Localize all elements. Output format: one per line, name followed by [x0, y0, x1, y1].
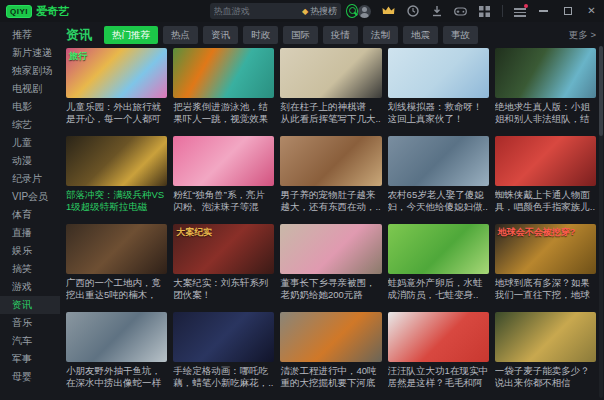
video-title[interactable]: 地球到底有多深？如果我们一直往下挖，地球会.. [495, 277, 596, 301]
video-thumbnail[interactable] [388, 224, 489, 274]
video-card-r1-c4[interactable]: 划线模拟器：救命呀！这回上真家伙了！ [388, 48, 489, 125]
video-thumbnail[interactable] [388, 312, 489, 362]
video-title[interactable]: 绝地求生真人版：小姐姐和别人非法组队，结果.. [495, 101, 596, 125]
search-bar[interactable]: ◆ 热搜榜 [210, 3, 342, 19]
video-title[interactable]: 大案纪实：刘东轩系列团伙案！ [173, 277, 274, 301]
sidebar-item-11[interactable]: 直播 [0, 224, 60, 242]
video-card-r4-c1[interactable]: 小朋友野外抽干鱼坑，在深水中捞出像蛇一样的.. [66, 312, 167, 389]
video-card-r1-c5[interactable]: 绝地求生真人版：小姐姐和别人非法组队，结果.. [495, 48, 596, 125]
hot-search-link[interactable]: ◆ 热搜榜 [302, 5, 337, 18]
video-thumbnail[interactable]: 地球会不会被挖穿? [495, 224, 596, 274]
video-title[interactable]: 一袋子麦子能卖多少？说出来你都不相信 [495, 365, 596, 389]
video-card-r2-c3[interactable]: 男子养的宠物肚子越来越大，还有东西在动，.. [280, 136, 381, 213]
sidebar-item-3[interactable]: 电视剧 [0, 80, 60, 98]
close-button[interactable]: ✕ [585, 5, 598, 18]
vertical-scrollbar[interactable] [599, 46, 603, 398]
tab-7[interactable]: 地震 [403, 26, 438, 44]
sidebar-item-5[interactable]: 综艺 [0, 116, 60, 134]
tab-0[interactable]: 热门推荐 [104, 26, 158, 44]
video-title[interactable]: 刻在柱子上的神棋谱，从此看后挥笔写下几大.. [280, 101, 381, 125]
gamepad-icon[interactable] [454, 5, 467, 18]
video-card-r4-c3[interactable]: 清淤工程进行中，40吨重的大挖掘机要下河底清.. [280, 312, 381, 389]
tab-4[interactable]: 国际 [283, 26, 318, 44]
video-title[interactable]: 儿童乐园：外出旅行就是开心，每一个人都可以.. [66, 101, 167, 125]
download-icon[interactable] [430, 5, 443, 18]
sidebar-item-15[interactable]: 资讯 [0, 296, 60, 314]
video-card-r4-c4[interactable]: 汪汪队立大功1在现实中居然是这样？毛毛和阿奇.. [388, 312, 489, 389]
video-thumbnail[interactable] [495, 136, 596, 186]
sidebar-item-1[interactable]: 新片速递 [0, 44, 60, 62]
sidebar-item-0[interactable]: 推荐 [0, 26, 60, 44]
video-thumbnail[interactable] [388, 48, 489, 98]
scrollbar-thumb[interactable] [599, 46, 603, 136]
video-card-r3-c3[interactable]: 董事长下乡寻亲被围，老奶奶给她200元路费，.. [280, 224, 381, 301]
tab-1[interactable]: 热点 [163, 26, 198, 44]
video-thumbnail[interactable] [388, 136, 489, 186]
video-title[interactable]: 蜘蛛侠戴上卡通人物面具，唱颜色手指家族儿.. [495, 189, 596, 213]
video-thumbnail[interactable] [280, 312, 381, 362]
video-card-r4-c2[interactable]: 手绘定格动画：哪吒吃藕，蜡笔小新吃麻花，.. [173, 312, 274, 389]
tab-3[interactable]: 时政 [243, 26, 278, 44]
tab-8[interactable]: 事故 [443, 26, 478, 44]
sidebar-item-10[interactable]: 体育 [0, 206, 60, 224]
video-card-r2-c2[interactable]: 粉红“独角兽”系，亮片闪粉、泡沫珠子等混泥，.. [173, 136, 274, 213]
video-card-r2-c1[interactable]: 部落冲突：满级兵种VS1级超级特斯拉电磁塔，.. [66, 136, 167, 213]
video-title[interactable]: 男子养的宠物肚子越来越大，还有东西在动，.. [280, 189, 381, 213]
tab-6[interactable]: 法制 [363, 26, 398, 44]
sidebar-item-14[interactable]: 游戏 [0, 278, 60, 296]
sidebar-item-2[interactable]: 独家剧场 [0, 62, 60, 80]
video-thumbnail[interactable] [280, 136, 381, 186]
video-card-r1-c2[interactable]: 把岩浆倒进游泳池，结果吓人一跳，视觉效果太.. [173, 48, 274, 125]
sidebar-item-12[interactable]: 娱乐 [0, 242, 60, 260]
video-title[interactable]: 小朋友野外抽干鱼坑，在深水中捞出像蛇一样的.. [66, 365, 167, 389]
video-card-r3-c2[interactable]: 大案纪实大案纪实：刘东轩系列团伙案！ [173, 224, 274, 301]
tab-5[interactable]: 疫情 [323, 26, 358, 44]
video-title[interactable]: 广西的一个工地内，竟挖出重达5吨的楠木，简.. [66, 277, 167, 301]
video-title[interactable]: 汪汪队立大功1在现实中居然是这样？毛毛和阿奇.. [388, 365, 489, 389]
video-thumbnail[interactable] [495, 312, 596, 362]
video-thumbnail[interactable] [66, 136, 167, 186]
video-card-r2-c4[interactable]: 农村65岁老人娶了傻媳妇，今天他给傻媳妇做.. [388, 136, 489, 213]
video-title[interactable]: 粉红“独角兽”系，亮片闪粉、泡沫珠子等混泥，.. [173, 189, 274, 213]
sidebar-item-17[interactable]: 汽车 [0, 332, 60, 350]
video-thumbnail[interactable] [173, 136, 274, 186]
more-link[interactable]: 更多 > [569, 29, 596, 42]
video-card-r3-c5[interactable]: 地球会不会被挖穿?地球到底有多深？如果我们一直往下挖，地球会.. [495, 224, 596, 301]
video-title[interactable]: 董事长下乡寻亲被围，老奶奶给她200元路费，.. [280, 277, 381, 301]
video-title[interactable]: 农村65岁老人娶了傻媳妇，今天他给傻媳妇做.. [388, 189, 489, 213]
user-avatar[interactable] [358, 5, 371, 18]
history-clock-icon[interactable] [406, 5, 419, 18]
sidebar-item-9[interactable]: VIP会员 [0, 188, 60, 206]
video-card-r2-c5[interactable]: 蜘蛛侠戴上卡通人物面具，唱颜色手指家族儿.. [495, 136, 596, 213]
video-thumbnail[interactable] [66, 312, 167, 362]
sidebar-item-13[interactable]: 搞笑 [0, 260, 60, 278]
search-button[interactable] [346, 4, 358, 18]
video-thumbnail[interactable] [280, 224, 381, 274]
video-card-r3-c1[interactable]: 广西的一个工地内，竟挖出重达5吨的楠木，简.. [66, 224, 167, 301]
main-menu-icon[interactable] [514, 6, 526, 16]
video-thumbnail[interactable] [280, 48, 381, 98]
vip-crown-icon[interactable] [382, 5, 395, 18]
sidebar-item-16[interactable]: 音乐 [0, 314, 60, 332]
video-title[interactable]: 把岩浆倒进游泳池，结果吓人一跳，视觉效果太.. [173, 101, 274, 125]
sidebar-item-6[interactable]: 儿童 [0, 134, 60, 152]
video-title[interactable]: 部落冲突：满级兵种VS1级超级特斯拉电磁塔，.. [66, 189, 167, 213]
minimize-button[interactable] [537, 5, 550, 18]
video-thumbnail[interactable] [66, 224, 167, 274]
video-card-r1-c3[interactable]: 刻在柱子上的神棋谱，从此看后挥笔写下几大.. [280, 48, 381, 125]
sidebar-item-7[interactable]: 动漫 [0, 152, 60, 170]
search-input[interactable] [214, 6, 303, 16]
sidebar-item-8[interactable]: 纪录片 [0, 170, 60, 188]
video-card-r1-c1[interactable]: 旅行儿童乐园：外出旅行就是开心，每一个人都可以.. [66, 48, 167, 125]
video-title[interactable]: 蛙妈意外产卵后，水蛙成消防员，七蛙变身.. [388, 277, 489, 301]
video-title[interactable]: 划线模拟器：救命呀！这回上真家伙了！ [388, 101, 489, 125]
video-thumbnail[interactable] [173, 48, 274, 98]
sidebar-item-18[interactable]: 军事 [0, 350, 60, 368]
video-title[interactable]: 手绘定格动画：哪吒吃藕，蜡笔小新吃麻花，.. [173, 365, 274, 389]
sidebar-item-4[interactable]: 电影 [0, 98, 60, 116]
video-thumbnail[interactable]: 旅行 [66, 48, 167, 98]
video-title[interactable]: 清淤工程进行中，40吨重的大挖掘机要下河底清.. [280, 365, 381, 389]
apps-grid-icon[interactable] [478, 5, 491, 18]
tab-2[interactable]: 资讯 [203, 26, 238, 44]
app-logo[interactable]: QIYI 爱奇艺 [6, 4, 210, 19]
